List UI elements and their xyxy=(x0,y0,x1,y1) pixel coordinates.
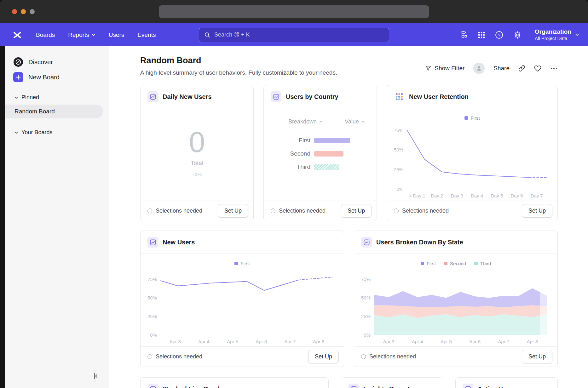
svg-text:Day 6: Day 6 xyxy=(510,193,523,198)
svg-text:25%: 25% xyxy=(361,314,371,319)
svg-text:75%: 75% xyxy=(147,277,157,282)
zoom-window-button[interactable] xyxy=(30,9,35,14)
sidebar-item-new-board[interactable]: New Board xyxy=(5,70,109,85)
person-icon xyxy=(476,65,482,71)
svg-text:Day 5: Day 5 xyxy=(491,193,503,198)
minimize-window-button[interactable] xyxy=(21,9,26,14)
card-title: Active Users xyxy=(478,385,516,388)
collapse-sidebar-icon[interactable] xyxy=(93,372,101,381)
sidebar-item-label: Discover xyxy=(28,59,53,66)
sidebar-section-your-boards[interactable]: Your Boards xyxy=(5,126,109,138)
card-title: New User Retention xyxy=(409,93,469,100)
svg-text:Day 2: Day 2 xyxy=(431,193,443,198)
copy-link-icon[interactable] xyxy=(518,65,525,72)
discover-icon xyxy=(13,57,23,67)
breakdown-row: Second xyxy=(264,147,377,160)
card-users-by-state: Users Broken Down By State First Second … xyxy=(354,231,558,367)
svg-text:50%: 50% xyxy=(147,295,157,300)
search-input[interactable] xyxy=(214,31,384,38)
card-active-users: Active Users xyxy=(455,377,558,388)
board-subtitle: A high-level summary of user behaviors. … xyxy=(140,69,337,76)
svg-text:Apr 3: Apr 3 xyxy=(383,339,395,344)
value-dropdown[interactable]: Value xyxy=(345,118,365,125)
chevron-down-icon xyxy=(92,34,95,36)
card-new-user-retention: New User Retention First 75%50%25%0%< Da… xyxy=(387,85,558,221)
svg-text:Apr 4: Apr 4 xyxy=(198,339,210,344)
selections-needed-status: Selections needed xyxy=(361,353,416,360)
help-icon[interactable]: ? xyxy=(495,31,503,39)
chevron-down-icon xyxy=(319,121,323,123)
card-daily-new-users: Daily New Users 0 Total ↑0% Selections n… xyxy=(140,85,254,221)
svg-text:Apr 6: Apr 6 xyxy=(469,339,481,344)
svg-text:0%: 0% xyxy=(396,186,403,192)
chevron-down-icon xyxy=(14,96,18,99)
breakdown-dropdown[interactable]: Breakdown xyxy=(288,118,323,125)
sidebar-item-random-board[interactable]: Random Board xyxy=(5,105,103,118)
card-title: Stacked Line Graph xyxy=(163,385,222,388)
org-switcher[interactable]: Organization All Project Data xyxy=(535,28,579,42)
metric-value: 0 xyxy=(189,128,205,157)
favorite-heart-icon[interactable] xyxy=(534,65,541,72)
board-toolbar: Show Filter Share xyxy=(425,63,558,74)
nav-item-boards[interactable]: Boards xyxy=(36,31,55,38)
url-bar[interactable] xyxy=(159,5,429,18)
svg-text:?: ? xyxy=(498,32,500,37)
bar-third xyxy=(314,164,339,170)
global-search[interactable] xyxy=(199,28,389,42)
svg-text:0%: 0% xyxy=(364,332,371,338)
primary-nav: Boards Reports Users Events xyxy=(36,31,156,38)
set-up-button[interactable]: Set Up xyxy=(218,204,248,218)
bar-first xyxy=(314,138,350,143)
top-navbar: Boards Reports Users Events xyxy=(0,23,588,46)
window-titlebar xyxy=(0,0,588,23)
selections-needed-status: Selections needed xyxy=(147,353,202,360)
page-title: Random Board xyxy=(140,56,337,66)
traffic-lights xyxy=(12,9,35,14)
set-up-button[interactable]: Set Up xyxy=(308,350,339,363)
sidebar-section-pinned[interactable]: Pinned xyxy=(5,91,109,103)
status-circle-icon xyxy=(147,354,152,359)
line-chart-icon xyxy=(147,91,158,102)
svg-text:Apr 7: Apr 7 xyxy=(498,339,509,344)
chevron-down-icon xyxy=(361,121,365,123)
bar-second xyxy=(314,151,343,157)
line-chart-icon xyxy=(348,384,359,388)
svg-text:25%: 25% xyxy=(394,167,403,172)
svg-text:Day 7: Day 7 xyxy=(531,193,543,198)
selections-needed-status: Selections needed xyxy=(394,208,449,214)
card-users-by-country: Users by Country Breakdown Value xyxy=(263,85,377,221)
svg-text:Apr 6: Apr 6 xyxy=(256,339,267,344)
filter-funnel-icon xyxy=(425,65,431,71)
settings-gear-icon[interactable] xyxy=(513,31,522,39)
status-circle-icon xyxy=(147,208,152,213)
avatar[interactable] xyxy=(473,63,485,74)
nav-item-reports[interactable]: Reports xyxy=(68,31,95,38)
card-title: Users by Country xyxy=(286,93,338,100)
nav-item-events[interactable]: Events xyxy=(137,31,156,38)
sidebar-item-discover[interactable]: Discover xyxy=(5,54,109,70)
card-title: Insights Report xyxy=(363,385,410,388)
status-circle-icon xyxy=(271,208,275,213)
mixpanel-logo[interactable] xyxy=(13,31,22,39)
share-button[interactable]: Share xyxy=(493,65,510,72)
breakdown-row: Third xyxy=(264,160,377,174)
state-area-chart: 75%50%25%0%Apr 3Apr 4Apr 5Apr 6Apr 7Apr … xyxy=(356,267,553,346)
status-circle-icon xyxy=(394,208,399,213)
set-up-button[interactable]: Set Up xyxy=(522,204,552,218)
card-title: New Users xyxy=(163,239,195,246)
svg-text:50%: 50% xyxy=(394,147,403,152)
more-options-icon[interactable] xyxy=(550,67,558,70)
metric-label: Total xyxy=(191,160,203,167)
nav-item-users[interactable]: Users xyxy=(109,31,124,38)
svg-text:Apr 5: Apr 5 xyxy=(441,339,452,344)
svg-text:50%: 50% xyxy=(361,295,371,300)
card-insights-report: Insights Report xyxy=(341,377,443,388)
show-filter-button[interactable]: Show Filter xyxy=(425,65,464,72)
close-window-button[interactable] xyxy=(12,9,17,14)
set-up-button[interactable]: Set Up xyxy=(522,350,552,363)
data-management-icon[interactable] xyxy=(460,31,468,39)
set-up-button[interactable]: Set Up xyxy=(341,204,372,218)
svg-text:Apr 4: Apr 4 xyxy=(412,339,423,344)
apps-grid-icon[interactable] xyxy=(478,31,485,38)
selections-needed-status: Selections needed xyxy=(271,208,326,214)
